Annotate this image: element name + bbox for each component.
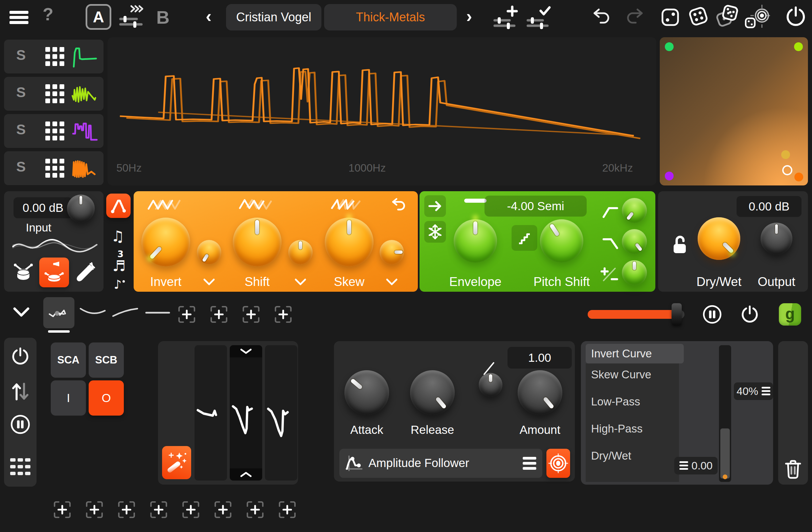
- invert-knob[interactable]: [142, 218, 190, 266]
- drywet-knob[interactable]: [698, 217, 740, 260]
- matrix-view-icon[interactable]: [10, 458, 30, 475]
- band-waveform-icon[interactable]: [71, 119, 98, 143]
- add-curve-button[interactable]: [213, 500, 233, 519]
- pitch-value[interactable]: -4.00 Semi: [484, 196, 587, 217]
- add-modulator-button[interactable]: [209, 305, 229, 324]
- shift-expand-icon[interactable]: [294, 278, 306, 286]
- note-eighth-pair-icon[interactable]: ♫: [111, 227, 124, 245]
- modulators-power-icon[interactable]: [740, 305, 759, 323]
- note-dotted-icon[interactable]: ♪: [107, 277, 129, 298]
- material-brass-button[interactable]: [72, 259, 100, 287]
- band-row-2[interactable]: S: [4, 77, 103, 111]
- band-waveform-icon[interactable]: [71, 157, 98, 180]
- dropdown-menu-icon[interactable]: [523, 457, 536, 470]
- follower-attack-knob[interactable]: [345, 370, 389, 415]
- lane-scroll-down[interactable]: [230, 469, 262, 480]
- add-curve-button[interactable]: [181, 500, 201, 519]
- modulator-output-slider[interactable]: [588, 310, 684, 319]
- target-options-list[interactable]: Skew Curve Low-Pass High-Pass Dry/Wet: [586, 363, 679, 482]
- band-grid-icon[interactable]: [45, 121, 64, 141]
- assign-target-button[interactable]: [547, 449, 570, 478]
- follower-amount-knob[interactable]: [518, 370, 562, 415]
- collapse-modulators-icon[interactable]: [12, 305, 30, 319]
- pitch-shift-knob[interactable]: [540, 219, 583, 263]
- target-option[interactable]: High-Pass: [591, 422, 642, 435]
- copy-a-to-b-icon[interactable]: [119, 4, 144, 30]
- target-depth-slider[interactable]: [719, 345, 731, 482]
- add-modulator-button[interactable]: [273, 305, 293, 324]
- ab-variant-b-button[interactable]: B: [156, 7, 170, 28]
- modulator-pause-icon[interactable]: [10, 414, 30, 434]
- input-gain-value[interactable]: 0.00 dB: [14, 197, 72, 218]
- target-option[interactable]: Low-Pass: [591, 395, 640, 408]
- band-grid-icon[interactable]: [45, 47, 64, 66]
- modulator-power-icon[interactable]: [11, 347, 30, 365]
- material-drums-button[interactable]: [10, 259, 37, 287]
- input-source-button[interactable]: I: [51, 380, 86, 416]
- pause-modulators-icon[interactable]: [702, 305, 722, 324]
- modulator-type-dropdown[interactable]: Amplitude Follower: [339, 449, 542, 478]
- modulator-tab-2[interactable]: [78, 303, 107, 321]
- add-curve-button[interactable]: [85, 500, 104, 519]
- skew-knob[interactable]: [325, 218, 374, 266]
- modulator-tab-3[interactable]: [111, 303, 140, 321]
- modulator-tab-4[interactable]: [143, 303, 172, 321]
- follower-release-knob[interactable]: [410, 370, 455, 415]
- skew-mod-knob[interactable]: [380, 240, 404, 264]
- skew-expand-icon[interactable]: [386, 278, 398, 286]
- confirm-preset-icon[interactable]: [526, 5, 551, 30]
- target-depth-handle[interactable]: [720, 429, 730, 478]
- redo-icon[interactable]: [623, 7, 645, 28]
- band-solo-button[interactable]: S: [16, 159, 26, 175]
- modulator-output-slider-handle[interactable]: [671, 303, 682, 326]
- spectrum-display[interactable]: 50Hz 1000Hz 20kHz: [107, 37, 656, 185]
- output-gain-value[interactable]: 0.00 dB: [737, 196, 801, 217]
- ab-variant-a-button[interactable]: A: [86, 4, 111, 30]
- sidechain-b-button[interactable]: SCB: [89, 343, 124, 378]
- output-source-button-active[interactable]: O: [89, 380, 124, 416]
- help-button[interactable]: ?: [43, 4, 54, 24]
- band-grid-icon[interactable]: [45, 84, 64, 103]
- swap-direction-icon[interactable]: [11, 380, 30, 402]
- magic-wand-button[interactable]: [162, 446, 191, 479]
- shift-mod-knob[interactable]: [288, 240, 313, 264]
- menu-button[interactable]: [10, 10, 28, 25]
- band-waveform-icon[interactable]: [71, 45, 98, 68]
- randomize-small-icon[interactable]: [661, 8, 680, 27]
- preset-author-field[interactable]: Cristian Vogel: [226, 4, 321, 30]
- band-solo-button[interactable]: S: [16, 84, 26, 101]
- band-row-4[interactable]: S: [4, 151, 103, 185]
- note-triplet-icon[interactable]: ♬ 3: [107, 251, 129, 275]
- invert-expand-icon[interactable]: [203, 278, 215, 286]
- modulator-tab-1-active[interactable]: [43, 297, 74, 328]
- curve-lane-3[interactable]: [265, 345, 298, 480]
- lane-scroll-up[interactable]: [230, 345, 262, 357]
- xy-pad[interactable]: [660, 37, 808, 185]
- band-solo-button[interactable]: S: [16, 47, 26, 63]
- add-curve-button[interactable]: [245, 500, 265, 519]
- semitone-quantize-button[interactable]: [511, 225, 537, 251]
- material-mixed-button-active[interactable]: [39, 258, 69, 287]
- band-row-1[interactable]: S: [4, 40, 103, 73]
- add-curve-button[interactable]: [149, 500, 169, 519]
- preset-name-field[interactable]: Thick-Metals: [324, 4, 457, 30]
- sidechain-a-button[interactable]: SCA: [51, 343, 86, 378]
- output-knob[interactable]: [760, 223, 792, 255]
- curve-lane-2-selected[interactable]: [230, 345, 262, 480]
- add-curve-button[interactable]: [53, 500, 72, 519]
- randomize-target-icon[interactable]: [743, 3, 770, 30]
- undo-icon[interactable]: [591, 7, 613, 28]
- curve-lane-1[interactable]: [194, 345, 227, 480]
- add-curve-button[interactable]: [117, 500, 136, 519]
- follower-amount-value[interactable]: 1.00: [508, 347, 572, 369]
- brand-logo[interactable]: g: [779, 303, 801, 326]
- bypass-power-icon[interactable]: [785, 5, 807, 27]
- target-option[interactable]: Skew Curve: [591, 368, 651, 381]
- preset-prev-button[interactable]: ‹: [206, 6, 212, 26]
- pitch-attack-knob[interactable]: [622, 198, 647, 223]
- band-solo-button[interactable]: S: [16, 121, 26, 138]
- add-curve-button[interactable]: [277, 500, 297, 519]
- shift-knob[interactable]: [233, 218, 281, 266]
- add-modulator-button[interactable]: [177, 305, 197, 324]
- target-offset-badge[interactable]: 0.00: [674, 457, 717, 474]
